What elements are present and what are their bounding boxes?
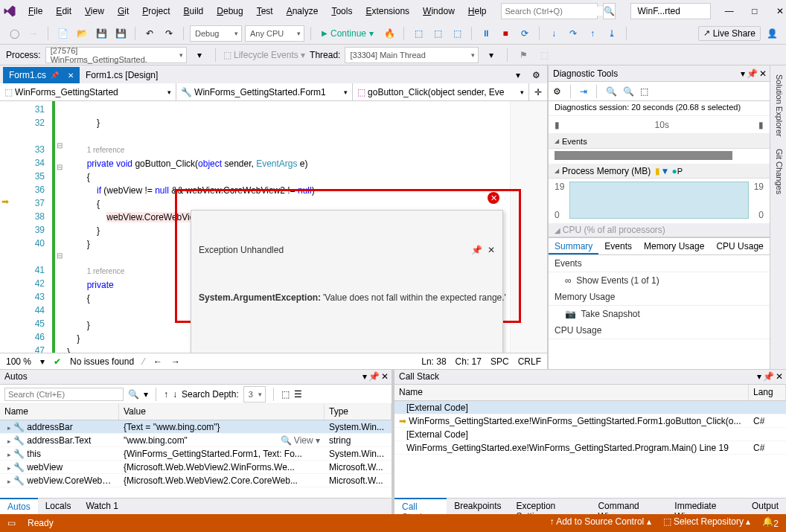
dropdown-icon[interactable]: ▾ <box>362 371 367 382</box>
dropdown-icon[interactable]: ▾ <box>757 371 761 382</box>
code-content[interactable]: } 1 reference private void goButton_Clic… <box>67 101 510 353</box>
thread-combo[interactable]: [33304] Main Thread <box>345 47 479 63</box>
platform-combo[interactable]: Any CPU <box>245 25 304 42</box>
bottom-tab-immediate-win---[interactable]: Immediate Win... <box>667 499 744 514</box>
pin-icon[interactable]: 📌 <box>368 371 380 382</box>
bottom-tab-output[interactable]: Output <box>744 499 786 514</box>
menu-test[interactable]: Test <box>251 3 279 19</box>
autos-search-input[interactable] <box>4 388 124 401</box>
close-icon[interactable]: ✕ <box>776 371 783 382</box>
step-over-icon[interactable]: ↷ <box>565 25 581 42</box>
solution-explorer-tab[interactable]: Solution Explorer <box>770 68 786 143</box>
stop-icon[interactable]: ■ <box>497 25 514 42</box>
diag-timeline[interactable]: ▮ 10s ▮ <box>549 116 770 134</box>
bottom-tab-exception-settin---[interactable]: Exception Settin... <box>509 499 591 514</box>
callstack-row[interactable]: WinForms_GettingStarted.exe!WinForms_Get… <box>394 441 786 455</box>
autos-tab-watch-1[interactable]: Watch 1 <box>78 499 126 514</box>
autos-row[interactable]: ▸🔧 webView.CoreWebVi...{Microsoft.Web.We… <box>0 474 392 487</box>
close-icon[interactable]: ✕ <box>759 68 767 79</box>
close-icon[interactable]: ✕ <box>488 245 495 255</box>
take-snapshot-link[interactable]: 📷 Take Snapshot <box>549 306 770 322</box>
callstack-row[interactable]: [External Code] <box>394 428 786 441</box>
indent-indicator[interactable]: SPC <box>491 356 509 367</box>
pin-icon[interactable]: 📌 <box>471 245 482 255</box>
autos-row[interactable]: ▸🔧 addressBar{Text = "www.bing.com"}Syst… <box>0 420 392 434</box>
step-out-icon[interactable]: ↑ <box>584 25 601 42</box>
nav-back-icon[interactable]: ◯ <box>6 25 22 42</box>
tab-form1-cs[interactable]: Form1.cs📌✕ <box>3 67 80 83</box>
menu-debug[interactable]: Debug <box>211 3 249 19</box>
autos-tab-autos[interactable]: Autos <box>0 498 38 514</box>
char-indicator[interactable]: Ch: 17 <box>456 356 482 367</box>
config-combo[interactable]: Debug <box>190 25 242 42</box>
line-indicator[interactable]: Ln: 38 <box>421 356 446 367</box>
continue-button[interactable]: Continue ▾ <box>317 25 378 42</box>
zoom-level[interactable]: 100 % <box>6 356 31 367</box>
lifecycle-icon[interactable]: ⬚ Lifecycle Events ▾ <box>223 50 305 60</box>
undo-icon[interactable]: ↶ <box>141 25 158 42</box>
thread-flag-icon[interactable]: ▾ <box>483 47 499 63</box>
menu-help[interactable]: Help <box>462 3 493 19</box>
dropdown-icon[interactable]: ▾ <box>741 68 745 79</box>
redo-icon[interactable]: ↷ <box>161 25 177 42</box>
diag-tab-summary[interactable]: Summary <box>549 238 598 254</box>
gear-icon[interactable]: ⚙ <box>553 86 561 97</box>
callstack-grid-body[interactable]: [External Code]➡ WinForms_GettingStarted… <box>394 401 786 498</box>
code-editor[interactable]: ➡ 3132 3334353637383940 4142434445464748… <box>0 101 547 353</box>
notifications-icon[interactable]: 🔔2 <box>762 516 779 529</box>
search-icon[interactable]: 🔍 <box>128 389 139 400</box>
select-repository[interactable]: ⬚ Select Repository ▴ <box>663 516 751 529</box>
open-icon[interactable]: 📂 <box>74 25 90 42</box>
cpu-section-header[interactable]: ◢ CPU (% of all processors) <box>549 223 770 237</box>
search-icon[interactable]: 🔍 <box>603 3 616 19</box>
account-icon[interactable]: 👤 <box>764 25 780 42</box>
process-combo[interactable]: [27576] WinForms_GettingStarted. <box>45 47 187 63</box>
menu-edit[interactable]: Edit <box>50 3 77 19</box>
save-icon[interactable]: 💾 <box>93 25 109 42</box>
resume-icon[interactable]: ⇥ <box>580 86 587 97</box>
diag-tab-cpu-usage[interactable]: CPU Usage <box>710 238 769 254</box>
pin-icon[interactable]: 📌 <box>747 68 758 79</box>
menu-project[interactable]: Project <box>136 3 176 19</box>
zoom-out-icon[interactable]: 🔍 <box>623 86 634 97</box>
issues-status[interactable]: No issues found <box>70 356 134 367</box>
menu-git[interactable]: Git <box>112 3 135 19</box>
autos-row[interactable]: ▸🔧 webView{Microsoft.Web.WebView2.WinFor… <box>0 461 392 474</box>
reset-zoom-icon[interactable]: ⬚ <box>640 86 648 97</box>
pin-icon[interactable]: 📌 <box>763 371 774 382</box>
stackframe-icon-2[interactable]: ⬚ <box>536 47 552 63</box>
diag-tab-memory-usage[interactable]: Memory Usage <box>638 238 710 254</box>
filter-icon[interactable]: ⬚ <box>281 389 290 400</box>
global-search-input[interactable] <box>505 7 607 16</box>
autos-tab-locals[interactable]: Locals <box>38 499 79 514</box>
git-changes-tab[interactable]: Git Changes <box>770 143 786 200</box>
step-into-icon[interactable]: ↓ <box>546 25 562 42</box>
bottom-tab-call-stack[interactable]: Call Stack <box>394 498 447 514</box>
outline-margin[interactable]: ⊟⊟⊟ <box>57 101 67 353</box>
add-source-control[interactable]: ↑ Add to Source Control ▴ <box>549 516 651 529</box>
global-search[interactable] <box>501 3 598 19</box>
nav-next-icon[interactable]: → <box>171 356 180 367</box>
menu-file[interactable]: File <box>22 3 48 19</box>
nav-member-combo[interactable]: ⬚ goButton_Click(object sender, Eve <box>353 83 529 100</box>
next-icon[interactable]: ↓ <box>173 389 177 400</box>
menu-tools[interactable]: Tools <box>325 3 358 19</box>
menu-window[interactable]: Window <box>417 3 461 19</box>
stackframe-icon[interactable]: ⚑ <box>515 47 531 63</box>
callstack-row[interactable]: [External Code] <box>394 401 786 414</box>
new-item-icon[interactable]: 📄 <box>54 25 71 42</box>
memory-section-header[interactable]: Process Memory (MB) ▮ ▼ ● P <box>549 164 770 179</box>
minimize-button[interactable]: — <box>717 1 742 21</box>
autos-row[interactable]: ▸🔧 addressBar.Text"www.bing.com"🔍 View ▾… <box>0 434 392 447</box>
tab-gear-icon[interactable]: ⚙ <box>528 67 544 83</box>
nav-project-combo[interactable]: ⬚ WinForms_GettingStarted <box>0 83 176 100</box>
depth-combo[interactable]: 3 <box>243 386 266 403</box>
step-icon-2[interactable]: ⬚ <box>429 25 446 42</box>
menu-build[interactable]: Build <box>178 3 210 19</box>
live-share-button[interactable]: ↗ Live Share <box>698 26 761 41</box>
menu-view[interactable]: View <box>79 3 110 19</box>
nav-fwd-icon[interactable]: → <box>25 25 42 42</box>
nav-prev-icon[interactable]: ← <box>153 356 162 367</box>
bottom-tab-command-win---[interactable]: Command Win... <box>590 499 667 514</box>
diag-tab-events[interactable]: Events <box>598 238 638 254</box>
